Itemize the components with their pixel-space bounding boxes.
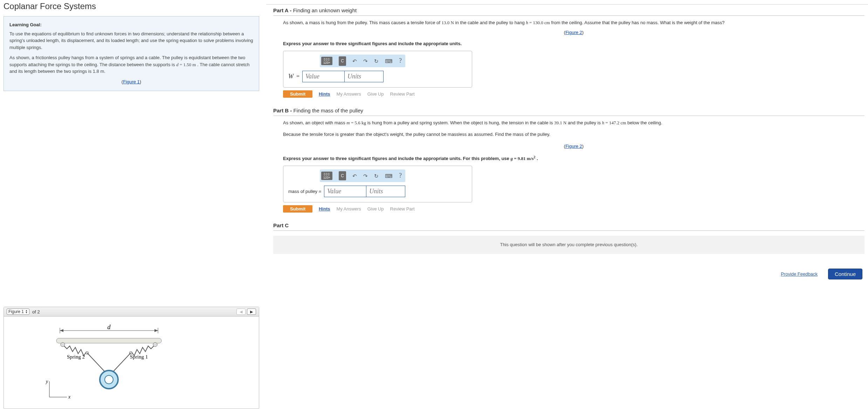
clear-button[interactable]: C xyxy=(339,56,346,66)
part-b-submit-button[interactable]: Submit xyxy=(283,205,312,213)
clear-button[interactable]: C xyxy=(339,171,346,181)
provide-feedback-link[interactable]: Provide Feedback xyxy=(781,271,818,277)
figure-panel: Figure 1 ▲▼ of 2 ◀ ▶ xyxy=(4,307,259,409)
svg-marker-5 xyxy=(154,329,158,332)
svg-text:Spring 1: Spring 1 xyxy=(130,354,148,360)
footer-row: Provide Feedback Continue xyxy=(273,267,864,281)
svg-point-14 xyxy=(105,375,113,384)
part-b-answer-box: ▯▯▯ 123+ C ↶ ↷ ↻ ⌨ ? mass of pulley = xyxy=(283,166,472,202)
part-b-actions: Submit Hints My Answers Give Up Review P… xyxy=(283,205,864,213)
part-a-answer-box: ▯▯▯ 123+ C ↶ ↷ ↻ ⌨ ? W = xyxy=(283,51,472,88)
answer-toolbar-b: ▯▯▯ 123+ C ↶ ↷ ↻ ⌨ ? xyxy=(320,169,405,182)
templates-button[interactable]: ▯▯▯ 123+ xyxy=(321,172,332,180)
part-b-question-2: Because the tensile force is greater tha… xyxy=(283,131,864,138)
part-a-header: Part A - Finding an unknown weight xyxy=(273,5,864,16)
part-b-question-1: As shown, an object with mass m = 5.6 kg… xyxy=(283,119,864,126)
redo-icon[interactable]: ↷ xyxy=(363,172,368,180)
part-b-review-link[interactable]: Review Part xyxy=(390,206,415,213)
page-title: Coplanar Force Systems xyxy=(4,1,259,11)
part-a-give-up-link[interactable]: Give Up xyxy=(367,91,384,98)
templates-button[interactable]: ▯▯▯ 123+ xyxy=(321,57,332,65)
stepper-icon: ▲▼ xyxy=(25,310,28,314)
continue-button[interactable]: Continue xyxy=(828,269,862,279)
part-a-figure-2-link[interactable]: Figure 2 xyxy=(565,30,582,35)
learning-goal-heading: Learning Goal: xyxy=(9,21,253,28)
help-icon[interactable]: ? xyxy=(399,56,402,66)
svg-marker-4 xyxy=(60,329,63,332)
part-b-give-up-link[interactable]: Give Up xyxy=(367,206,384,213)
part-b-figure-2-link[interactable]: Figure 2 xyxy=(565,144,582,149)
help-icon[interactable]: ? xyxy=(399,171,402,181)
redo-icon[interactable]: ↷ xyxy=(363,57,368,65)
part-c-locked-message: This question will be shown after you co… xyxy=(273,236,864,254)
answer-toolbar: ▯▯▯ 123+ C ↶ ↷ ↻ ⌨ ? xyxy=(320,55,405,67)
part-b: Part B - Finding the mass of the pulley … xyxy=(273,105,864,216)
answer-variable-w: W xyxy=(288,72,294,82)
part-a-value-input[interactable] xyxy=(303,71,345,82)
svg-text:x: x xyxy=(68,394,71,400)
part-b-my-answers-link[interactable]: My Answers xyxy=(337,206,361,213)
part-b-instruction: Express your answer to three significant… xyxy=(283,154,864,162)
figure-count: of 2 xyxy=(32,309,40,314)
part-a-my-answers-link[interactable]: My Answers xyxy=(337,91,361,98)
figure-toolbar: Figure 1 ▲▼ of 2 ◀ ▶ xyxy=(4,307,259,317)
answer-label-mass: mass of pulley = xyxy=(288,188,321,195)
learning-goal-box: Learning Goal: To use the equations of e… xyxy=(4,16,259,91)
undo-icon[interactable]: ↶ xyxy=(352,172,357,180)
part-a-question: As shown, a mass is hung from the pulley… xyxy=(283,19,864,26)
svg-rect-0 xyxy=(56,338,161,343)
figure-1-diagram: d Spring 1 Spri xyxy=(4,317,259,409)
part-b-units-input[interactable] xyxy=(366,186,405,197)
part-a-actions: Submit Hints My Answers Give Up Review P… xyxy=(283,90,864,98)
part-a-review-link[interactable]: Review Part xyxy=(390,91,415,98)
reset-icon[interactable]: ↻ xyxy=(374,172,379,180)
svg-text:y: y xyxy=(45,379,48,384)
keyboard-icon[interactable]: ⌨ xyxy=(385,57,393,65)
figure-1-link[interactable]: Figure 1 xyxy=(123,79,140,84)
part-b-header: Part B - Finding the mass of the pulley xyxy=(273,105,864,116)
figure-next-button[interactable]: ▶ xyxy=(247,309,256,315)
part-c: Part C This question will be shown after… xyxy=(273,220,864,264)
figure-prev-button[interactable]: ◀ xyxy=(236,309,246,315)
svg-text:Spring 2: Spring 2 xyxy=(67,354,85,360)
part-a-hints-link[interactable]: Hints xyxy=(319,91,330,98)
scenario-text: As shown, a frictionless pulley hangs fr… xyxy=(9,54,253,75)
undo-icon[interactable]: ↶ xyxy=(352,57,357,65)
keyboard-icon[interactable]: ⌨ xyxy=(385,172,393,180)
svg-text:d: d xyxy=(108,324,111,331)
part-b-hints-link[interactable]: Hints xyxy=(319,206,330,213)
learning-goal-text: To use the equations of equilibrium to f… xyxy=(9,30,253,51)
figure-selector[interactable]: Figure 1 ▲▼ xyxy=(7,309,29,315)
part-a-units-input[interactable] xyxy=(345,71,383,82)
reset-icon[interactable]: ↻ xyxy=(374,57,379,65)
part-b-value-input[interactable] xyxy=(324,186,366,197)
part-a: Part A - Finding an unknown weight As sh… xyxy=(273,5,864,101)
part-a-submit-button[interactable]: Submit xyxy=(283,90,312,98)
part-a-instruction: Express your answer to three significant… xyxy=(283,40,864,47)
part-c-header: Part C xyxy=(273,220,864,231)
